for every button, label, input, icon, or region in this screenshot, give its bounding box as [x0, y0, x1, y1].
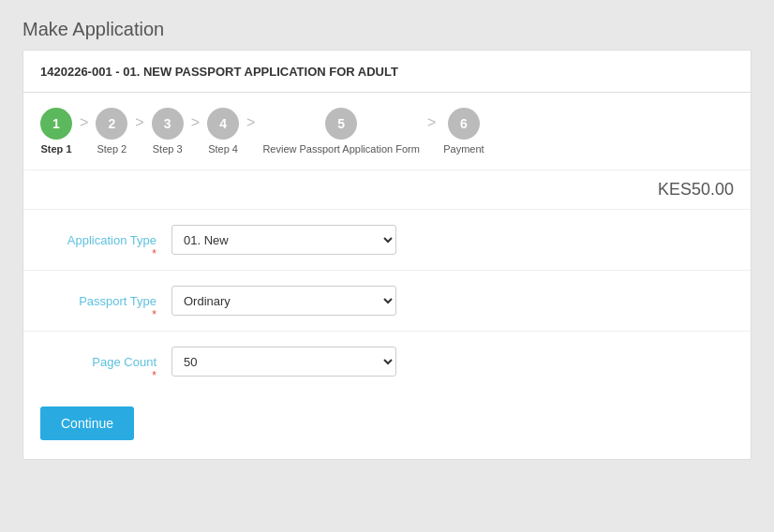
- continue-button[interactable]: Continue: [40, 406, 134, 440]
- form-area: Application Type * 01. New 02. Renewal 0…: [23, 210, 751, 392]
- application-type-label: Application Type *: [40, 233, 171, 247]
- passport-type-row: Passport Type * Ordinary Official Diplom…: [23, 271, 751, 332]
- card-ref: 1420226-001 - 01.: [40, 65, 140, 79]
- passport-type-required: *: [152, 308, 156, 321]
- step-2-label: Step 2: [97, 143, 127, 155]
- step-6-circle: 6: [448, 108, 480, 140]
- form-actions: Continue: [23, 392, 751, 459]
- step-3-circle: 3: [152, 108, 184, 140]
- application-type-row: Application Type * 01. New 02. Renewal 0…: [23, 210, 751, 271]
- passport-type-select[interactable]: Ordinary Official Diplomatic: [171, 286, 396, 316]
- step-6-label: Payment: [443, 143, 484, 155]
- step-4-circle: 4: [207, 108, 239, 140]
- step-1[interactable]: 1 Step 1: [40, 108, 72, 155]
- card-header: 1420226-001 - 01. NEW PASSPORT APPLICATI…: [23, 51, 751, 93]
- steps-bar: 1 Step 1 > 2 Step 2 > 3 Step 3 > 4 Step …: [23, 93, 751, 170]
- step-4[interactable]: 4 Step 4: [207, 108, 239, 155]
- page-count-row: Page Count * 32 50: [23, 332, 751, 392]
- step-5-label: Review Passport Application Form: [262, 143, 420, 155]
- step-sep-3: >: [184, 114, 207, 131]
- page-count-label: Page Count *: [40, 355, 171, 369]
- step-sep-5: >: [420, 114, 443, 131]
- passport-type-control: Ordinary Official Diplomatic: [171, 286, 396, 316]
- application-type-required: *: [152, 247, 156, 260]
- step-4-label: Step 4: [208, 143, 238, 155]
- step-sep-1: >: [72, 114, 96, 131]
- card-application-type: NEW PASSPORT APPLICATION FOR ADULT: [143, 65, 398, 79]
- page-count-control: 32 50: [171, 347, 396, 377]
- amount-bar: KES50.00: [23, 170, 751, 210]
- step-3[interactable]: 3 Step 3: [152, 108, 184, 155]
- amount-display: KES50.00: [658, 180, 734, 199]
- application-type-select[interactable]: 01. New 02. Renewal 03. Replacement: [171, 225, 396, 255]
- step-2[interactable]: 2 Step 2: [96, 108, 127, 155]
- step-sep-2: >: [127, 114, 151, 131]
- page-header: Make Application: [0, 0, 774, 50]
- step-5[interactable]: 5 Review Passport Application Form: [262, 108, 420, 155]
- step-1-label: Step 1: [40, 143, 71, 155]
- page-title: Make Application: [22, 19, 752, 40]
- application-type-control: 01. New 02. Renewal 03. Replacement: [171, 225, 396, 255]
- step-sep-4: >: [239, 114, 262, 131]
- step-3-label: Step 3: [153, 143, 183, 155]
- step-2-circle: 2: [96, 108, 127, 140]
- main-card: 1420226-001 - 01. NEW PASSPORT APPLICATI…: [22, 50, 752, 460]
- step-5-circle: 5: [325, 108, 357, 140]
- card-header-title: 1420226-001 - 01. NEW PASSPORT APPLICATI…: [40, 65, 398, 79]
- page-count-required: *: [152, 369, 156, 382]
- page-count-select[interactable]: 32 50: [171, 347, 396, 377]
- passport-type-label: Passport Type *: [40, 294, 171, 308]
- step-6[interactable]: 6 Payment: [443, 108, 484, 155]
- step-1-circle: 1: [40, 108, 72, 140]
